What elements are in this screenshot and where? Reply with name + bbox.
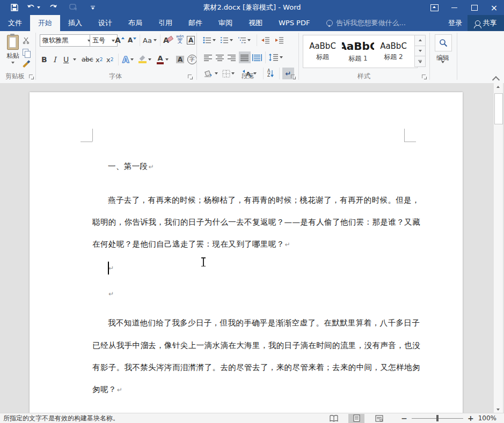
character-shading-button[interactable]: A <box>176 54 184 65</box>
line-spacing-dropdown-arrow[interactable] <box>280 56 283 58</box>
undo-dropdown-arrow[interactable] <box>37 6 40 9</box>
web-layout-button[interactable] <box>371 414 387 423</box>
tell-me-box[interactable]: 告诉我您想要做什么... <box>326 15 405 31</box>
decrease-indent-button[interactable] <box>261 34 270 46</box>
character-shading-icon: A <box>176 56 184 63</box>
clear-formatting-button[interactable]: A <box>163 34 169 46</box>
ribbon-display-options-button[interactable] <box>425 0 444 15</box>
underline-dropdown[interactable] <box>73 54 76 65</box>
vertical-scrollbar[interactable] <box>493 83 503 413</box>
tab-view[interactable]: 视图 <box>240 15 271 31</box>
numbering-dropdown-arrow[interactable] <box>230 39 233 41</box>
paste-button[interactable]: 粘贴 <box>3 34 23 69</box>
numbering-button[interactable] <box>220 34 233 46</box>
multilevel-list-button[interactable] <box>238 34 251 46</box>
highlight-button[interactable] <box>138 54 151 65</box>
document-page[interactable]: 一、第一段↵ 燕子去了，有再来的时候；杨柳枯了，有再青的时候；桃花谢了，有再开的… <box>30 92 463 413</box>
change-case-dropdown-arrow[interactable] <box>154 39 157 41</box>
font-color-button[interactable]: A <box>157 54 169 65</box>
print-layout-button[interactable] <box>348 414 364 423</box>
change-case-button[interactable]: Aa <box>143 34 157 46</box>
maximize-button[interactable] <box>464 0 484 15</box>
font-color-dropdown-arrow[interactable] <box>165 58 169 61</box>
paragraph-dialog-launcher[interactable] <box>291 75 296 80</box>
redo-icon <box>49 4 57 11</box>
styles-scroll-down-button[interactable] <box>414 46 426 57</box>
text-effects-dropdown-arrow[interactable] <box>130 58 134 61</box>
character-border-button[interactable]: A <box>187 34 195 46</box>
style-item-heading2[interactable]: AaBbC 标题 2 <box>377 38 410 65</box>
style-name: 标题 1 <box>348 54 367 63</box>
text-effects-button[interactable]: A <box>122 54 134 65</box>
styles-dialog-launcher[interactable] <box>422 75 427 80</box>
read-mode-button[interactable] <box>326 414 342 423</box>
editing-dropdown[interactable] <box>441 63 444 73</box>
subscript-button[interactable]: x2 <box>96 54 103 65</box>
zoom-slider[interactable] <box>412 418 463 419</box>
strikethrough-button[interactable]: abc <box>82 54 93 65</box>
document-area[interactable]: 一、第一段↵ 燕子去了，有再来的时候；杨柳枯了，有再青的时候；桃花谢了，有再开的… <box>0 83 504 413</box>
shrink-font-button[interactable]: A <box>128 34 136 46</box>
styles-scroll-up-button[interactable] <box>414 35 426 46</box>
scroll-up-arrow-icon[interactable] <box>496 86 500 88</box>
line-spacing-button[interactable] <box>268 51 283 63</box>
font-size-combobox[interactable]: 五号 <box>90 34 118 47</box>
align-left-button[interactable] <box>204 51 213 63</box>
tab-home[interactable]: 开始 <box>30 15 60 31</box>
tab-layout[interactable]: 布局 <box>120 15 150 31</box>
scroll-down-arrow-icon[interactable] <box>496 409 500 411</box>
ribbon-display-options-icon <box>430 4 439 11</box>
minimize-button[interactable] <box>444 0 464 15</box>
share-button[interactable]: 共享 <box>468 15 504 31</box>
enclose-characters-button[interactable]: 字 <box>187 54 197 65</box>
scrollbar-thumb[interactable] <box>494 93 503 124</box>
collapse-ribbon-button[interactable] <box>493 76 500 80</box>
tab-references[interactable]: 引用 <box>150 15 180 31</box>
align-right-button[interactable] <box>228 51 236 63</box>
styles-more-button[interactable] <box>414 56 426 67</box>
customize-quick-access-button[interactable] <box>84 0 102 15</box>
italic-button[interactable]: I <box>53 54 56 65</box>
style-name: 标题 <box>316 53 329 62</box>
tab-design[interactable]: 设计 <box>90 15 120 31</box>
tab-insert[interactable]: 插入 <box>60 15 90 31</box>
style-item-title[interactable]: AaBbC 标题 <box>306 38 339 65</box>
undo-button[interactable] <box>23 0 44 15</box>
sign-in-link[interactable]: 登录 <box>448 15 462 31</box>
tab-review[interactable]: 审阅 <box>210 15 240 31</box>
zoom-level[interactable]: 100% <box>478 414 496 422</box>
font-name-combobox[interactable]: 微软雅黑 <box>40 34 93 47</box>
find-button[interactable] <box>435 34 452 51</box>
paste-dropdown-arrow[interactable] <box>11 62 14 64</box>
close-button[interactable]: × <box>484 0 504 15</box>
bullets-button[interactable] <box>203 34 216 46</box>
font-dialog-launcher[interactable] <box>188 75 193 80</box>
bullets-dropdown-arrow[interactable] <box>213 39 216 41</box>
multilevel-dropdown-arrow[interactable] <box>247 39 251 41</box>
format-painter-button[interactable] <box>23 59 28 71</box>
justify-button[interactable] <box>239 51 251 63</box>
underline-button[interactable]: U <box>63 54 69 65</box>
group-separator <box>298 33 299 80</box>
tab-mailings[interactable]: 邮件 <box>180 15 210 31</box>
copy-button[interactable] <box>23 46 28 58</box>
grow-font-button[interactable]: A <box>115 34 125 46</box>
save-button[interactable] <box>6 0 23 15</box>
text-caret <box>108 262 109 274</box>
zoom-slider-thumb[interactable] <box>436 415 439 421</box>
style-item-heading1[interactable]: AaBbC 标题 1 <box>342 38 374 65</box>
clipboard-dialog-launcher[interactable] <box>29 75 34 80</box>
bold-button[interactable]: B <box>41 54 47 65</box>
align-center-button[interactable] <box>216 51 224 63</box>
distribute-button[interactable] <box>252 51 262 63</box>
tab-file[interactable]: 文件 <box>0 15 30 31</box>
increase-indent-button[interactable] <box>275 34 284 46</box>
zoom-in-button[interactable]: + <box>468 414 474 422</box>
superscript-button[interactable]: x2 <box>106 54 113 65</box>
zoom-out-button[interactable]: − <box>401 414 407 422</box>
phonetic-guide-button[interactable]: wén 文 <box>176 33 184 45</box>
cut-button[interactable] <box>23 34 30 46</box>
tab-wps-pdf[interactable]: WPS PDF <box>271 15 318 31</box>
highlight-dropdown-arrow[interactable] <box>148 58 151 61</box>
redo-button[interactable] <box>44 0 62 15</box>
